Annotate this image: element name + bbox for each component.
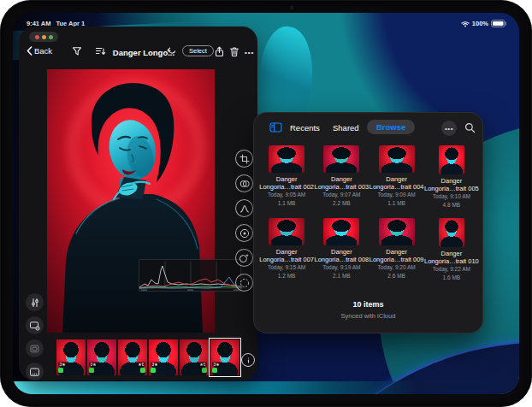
file-item[interactable]: DangerLongoria…trait 010 Today, 9:22 AM …	[424, 218, 479, 281]
file-name: DangerLongoria…trait 002	[259, 175, 314, 191]
file-thumbnail	[439, 218, 464, 247]
wifi-icon	[461, 21, 470, 27]
vignette-icon[interactable]	[235, 224, 253, 242]
color-flag	[89, 368, 94, 373]
tab-recents[interactable]: Recents	[290, 123, 320, 133]
filmstrip-thumbnail[interactable]: 3★	[180, 339, 209, 375]
filmstrip-thumbnail[interactable]: 3★	[56, 339, 86, 375]
tab-shared[interactable]: Shared	[333, 123, 359, 133]
file-date: Today, 9:07 AM	[322, 192, 360, 199]
file-size: 2.2 MB	[333, 200, 351, 208]
frames-icon[interactable]	[26, 339, 44, 357]
color-flag	[58, 368, 63, 373]
color-flag	[140, 368, 145, 373]
file-item[interactable]: DangerLongoria…trait 007 Today, 9:15 AM …	[259, 218, 314, 281]
file-size: 4.8 MB	[443, 202, 461, 209]
trash-icon[interactable]	[229, 46, 239, 57]
ipad-screen: 9:41 AM Tue Apr 1 100%	[13, 13, 519, 394]
sidebar-icon[interactable]	[269, 121, 282, 133]
rating-badge: 3★	[151, 362, 159, 367]
file-name: DangerLongoria…trait 009	[369, 248, 424, 263]
file-item[interactable]: DangerLongoria…trait 009 Today, 9:20 AM …	[369, 218, 424, 281]
filmstrip-thumbnail-selected[interactable]: 3★	[210, 339, 239, 375]
curves-icon[interactable]	[235, 199, 253, 217]
zoom-window-dot[interactable]	[49, 35, 53, 39]
file-thumbnail	[269, 218, 304, 245]
filmstrip-thumbnail[interactable]: 3★	[149, 339, 178, 375]
file-date: Today, 9:05 AM	[268, 192, 305, 199]
sliders-icon[interactable]	[26, 293, 44, 311]
sync-status: Synced with iCloud	[254, 312, 482, 320]
more-icon[interactable]: •••	[245, 49, 254, 56]
library-icon[interactable]	[26, 363, 44, 380]
file-name: DangerLongoria…trait 010	[424, 250, 479, 265]
file-date: Today, 9:22 AM	[433, 266, 470, 274]
file-item[interactable]: DangerLongoria…trait 003 Today, 9:07 AM …	[314, 145, 369, 209]
photo-canvas[interactable]	[47, 69, 215, 333]
filters-icon[interactable]	[235, 174, 253, 192]
file-date: Today, 9:09 AM	[377, 192, 415, 199]
file-date: Today, 9:19 AM	[322, 264, 360, 272]
filmstrip: 3★ 3★ 3★ 3★ 3★ 3★	[56, 339, 239, 375]
file-thumbnail	[379, 218, 415, 245]
file-name: DangerLongoria…trait 008	[314, 248, 369, 263]
share-icon[interactable]	[214, 46, 225, 57]
select-button[interactable]: Select	[182, 45, 214, 56]
export-icon[interactable]	[26, 316, 44, 334]
file-name: DangerLongoria…trait 005	[424, 177, 479, 192]
file-name: DangerLongoria…trait 003	[314, 175, 369, 191]
file-thumbnail	[323, 145, 359, 173]
rating-badge: 3★	[198, 362, 207, 367]
file-date: Today, 9:15 AM	[268, 264, 305, 272]
minimize-window-dot[interactable]	[42, 35, 46, 39]
window-controls[interactable]	[29, 32, 58, 42]
rating-badge: 3★	[137, 362, 145, 367]
file-size: 1.2 MB	[278, 273, 296, 280]
battery-percent: 100%	[472, 20, 488, 27]
info-icon[interactable]	[241, 353, 255, 367]
chevron-left-icon	[27, 46, 33, 56]
filmstrip-thumbnail[interactable]: 3★	[87, 339, 116, 375]
mask-icon[interactable]	[235, 274, 253, 292]
more-circle-icon[interactable]: •••	[441, 121, 457, 136]
edit-tools-column	[235, 150, 253, 292]
editor-window: Back Danger Longo... Select	[19, 27, 257, 380]
file-item[interactable]: DangerLongoria…trait 002 Today, 9:05 AM …	[259, 145, 314, 209]
undo-icon[interactable]	[166, 46, 176, 56]
file-item[interactable]: DangerLongoria…trait 008 Today, 9:19 AM …	[314, 218, 369, 281]
file-name: DangerLongoria…trait 004	[369, 175, 424, 191]
file-item[interactable]: DangerLongoria…trait 005 Today, 9:10 AM …	[424, 145, 479, 209]
file-size: 1.6 MB	[443, 274, 461, 282]
close-window-dot[interactable]	[35, 35, 39, 39]
back-button[interactable]: Back	[27, 46, 52, 56]
file-size: 1.1 MB	[387, 200, 405, 208]
portrait-photo	[47, 69, 215, 333]
file-thumbnail	[379, 145, 415, 173]
rating-badge: 3★	[89, 362, 98, 367]
tab-browse[interactable]: Browse	[367, 120, 415, 134]
file-thumbnail	[269, 145, 304, 173]
filter-icon[interactable]	[72, 46, 82, 56]
filmstrip-thumbnail[interactable]: 3★	[118, 339, 147, 375]
files-grid: DangerLongoria…trait 002 Today, 9:05 AM …	[259, 145, 479, 281]
battery-icon	[491, 20, 507, 27]
file-size: 2.1 MB	[333, 273, 351, 280]
file-thumbnail	[439, 145, 464, 174]
file-size: 1.1 MB	[278, 200, 296, 208]
rating-badge: 3★	[212, 362, 221, 367]
screenshot-canvas: 9:41 AM Tue Apr 1 100%	[0, 0, 532, 407]
effects-icon[interactable]	[235, 249, 253, 267]
histogram-panel	[139, 259, 241, 292]
search-icon[interactable]	[464, 122, 476, 133]
files-header: Recents Shared Browse •••	[254, 113, 482, 142]
file-date: Today, 9:20 AM	[377, 264, 415, 272]
file-thumbnail	[323, 218, 359, 245]
color-flag	[212, 368, 217, 373]
color-flag	[202, 368, 207, 373]
library-tools-column	[26, 293, 44, 380]
front-camera	[289, 5, 294, 10]
file-size: 2.6 MB	[387, 273, 405, 280]
file-item[interactable]: DangerLongoria…trait 004 Today, 9:09 AM …	[369, 145, 424, 209]
wallpaper-cyan-strip	[13, 381, 519, 394]
crop-icon[interactable]	[235, 150, 253, 168]
